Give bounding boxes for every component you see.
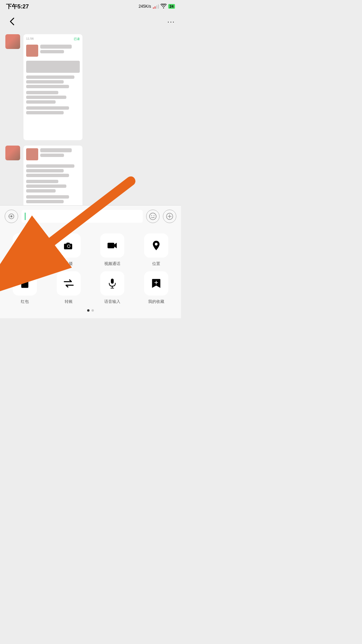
- favorites-icon-box: [144, 271, 168, 296]
- chat-message: [5, 146, 176, 205]
- video-icon-box: [100, 233, 124, 258]
- avatar: [5, 146, 20, 160]
- input-bar: [0, 205, 181, 227]
- chat-area: 11:56 已读: [0, 31, 181, 205]
- voice-button[interactable]: [5, 210, 18, 223]
- page-dot-inactive: [92, 309, 94, 312]
- voiceinput-label: 语音输入: [104, 299, 120, 305]
- more-button[interactable]: ···: [167, 18, 175, 25]
- album-label: 相册: [21, 261, 29, 267]
- add-button[interactable]: [163, 210, 176, 223]
- action-grid-row2: 红包 转账: [5, 271, 176, 305]
- favorites-label: 我的收藏: [148, 299, 164, 305]
- svg-point-8: [22, 244, 24, 246]
- svg-point-2: [149, 213, 156, 220]
- action-grid-row1: 相册 拍摄: [5, 233, 176, 267]
- signal-icon: [153, 4, 159, 9]
- back-button[interactable]: [6, 15, 18, 28]
- svg-rect-16: [111, 279, 114, 284]
- text-cursor: [25, 213, 25, 220]
- location-label: 位置: [152, 261, 160, 267]
- message-time: 11:56: [26, 37, 34, 41]
- message-bubble: [23, 146, 82, 205]
- text-input[interactable]: [21, 210, 143, 223]
- page-dot-active: [87, 309, 89, 312]
- video-icon: [107, 240, 117, 251]
- voiceinput-icon-box: [100, 271, 124, 296]
- action-voiceinput[interactable]: 语音输入: [93, 271, 132, 305]
- album-icon-box: [13, 233, 37, 258]
- action-transfer[interactable]: 转账: [49, 271, 88, 305]
- camera-icon: [64, 240, 74, 251]
- battery-icon: 24: [168, 4, 175, 9]
- redpacket-label: 红包: [21, 299, 29, 305]
- action-panel: 相册 拍摄: [0, 227, 181, 318]
- page-dots: [5, 309, 176, 315]
- network-speed: 245K/s: [138, 4, 151, 9]
- action-redpacket[interactable]: 红包: [5, 271, 45, 305]
- action-camera[interactable]: 拍摄: [49, 233, 88, 267]
- svg-point-10: [67, 245, 70, 248]
- message-bubble: 11:56 已读: [23, 34, 82, 140]
- camera-label: 拍摄: [65, 261, 73, 267]
- action-album[interactable]: 相册: [5, 233, 45, 267]
- location-icon-box: [144, 233, 168, 258]
- message-status: 已读: [74, 37, 80, 41]
- voiceinput-icon: [107, 278, 117, 288]
- svg-point-3: [151, 215, 152, 216]
- svg-point-12: [155, 243, 158, 246]
- svg-point-1: [10, 215, 12, 217]
- status-time: 下午5:27: [6, 3, 29, 10]
- nav-bar: ···: [0, 12, 181, 31]
- chat-message: 11:56 已读: [5, 34, 176, 140]
- redpacket-icon-box: [13, 271, 37, 296]
- location-icon: [151, 240, 161, 251]
- transfer-label: 转账: [65, 299, 73, 305]
- transfer-icon-box: [57, 271, 81, 296]
- action-favorites[interactable]: 我的收藏: [137, 271, 176, 305]
- svg-rect-11: [108, 243, 114, 249]
- svg-rect-15: [23, 280, 26, 281]
- camera-icon-box: [57, 233, 81, 258]
- wifi-icon: [161, 4, 167, 9]
- emoji-button[interactable]: [146, 210, 160, 223]
- transfer-icon: [64, 278, 74, 288]
- video-label: 视频通话: [104, 261, 120, 267]
- avatar: [5, 34, 20, 49]
- redpacket-icon: [20, 278, 30, 288]
- svg-point-4: [154, 215, 154, 216]
- status-bar: 下午5:27 245K/s 24: [0, 0, 181, 12]
- favorites-icon: [151, 278, 161, 288]
- status-right: 245K/s 24: [138, 4, 175, 9]
- album-icon: [20, 240, 30, 251]
- action-location[interactable]: 位置: [137, 233, 176, 267]
- action-video[interactable]: 视频通话: [93, 233, 132, 267]
